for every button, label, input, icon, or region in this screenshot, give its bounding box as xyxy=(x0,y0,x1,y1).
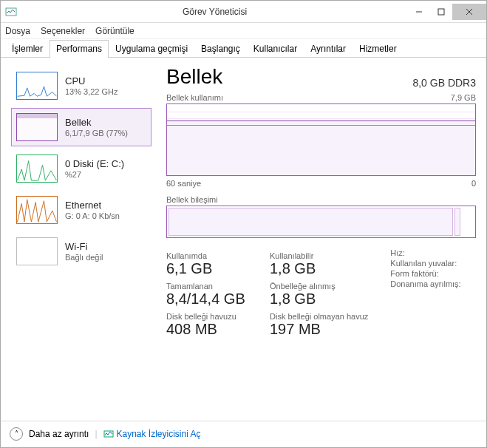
tab-processes[interactable]: İşlemler xyxy=(5,40,50,58)
footer-bar: ˄ Daha az ayrıntı | Kaynak İzleyicisini … xyxy=(1,421,486,446)
available-value: 1,8 GB xyxy=(270,260,368,277)
speed-label: Hız: xyxy=(390,248,471,257)
sidebar-disk-label: 0 Diski (E: C:) xyxy=(65,158,124,169)
ethernet-thumb xyxy=(16,196,58,224)
menu-options[interactable]: Seçenekler xyxy=(41,26,85,36)
open-resmon-link[interactable]: Kaynak İzleyicisini Aç xyxy=(103,429,201,439)
paged-value: 408 MB xyxy=(166,321,248,338)
axis-left: 60 saniye xyxy=(166,179,201,188)
tab-services[interactable]: Hizmetler xyxy=(353,40,403,58)
stats-block: Kullanımda 6,1 GB Tamamlanan 8,4/14,4 GB… xyxy=(166,247,476,338)
maximize-button[interactable] xyxy=(430,4,452,20)
inuse-value: 6,1 GB xyxy=(166,260,248,277)
minimize-button[interactable] xyxy=(408,4,430,20)
cpu-thumb xyxy=(16,72,58,100)
tab-performance[interactable]: Performans xyxy=(50,40,109,58)
available-label: Kullanılabilir xyxy=(270,251,368,260)
committed-value: 8,4/14,4 GB xyxy=(166,291,248,308)
composition-label: Bellek bileşimi xyxy=(166,195,218,204)
chevron-up-icon[interactable]: ˄ xyxy=(10,427,23,441)
page-title: Bellek xyxy=(166,65,222,89)
disk-thumb xyxy=(16,155,58,183)
memory-composition-graph xyxy=(166,206,476,238)
sidebar-item-memory[interactable]: Bellek 6,1/7,9 GB (77%) xyxy=(11,108,151,146)
cached-value: 1,8 GB xyxy=(270,291,368,308)
sidebar-item-ethernet[interactable]: Ethernet G: 0 A: 0 Kb/sn xyxy=(11,191,151,229)
window-title: Görev Yöneticisi xyxy=(21,7,408,17)
sidebar-wifi-label: Wi-Fi xyxy=(65,241,103,252)
sidebar-memory-label: Bellek xyxy=(65,117,128,128)
reserved-label: Donanıma ayrılmış: xyxy=(390,279,471,288)
paged-label: Disk belleği havuzu xyxy=(166,312,248,321)
axis-right: 0 xyxy=(471,179,476,188)
menu-file[interactable]: Dosya xyxy=(5,26,30,36)
sidebar-item-cpu[interactable]: CPU 13% 3,22 GHz xyxy=(11,67,151,105)
open-resmon-label: Kaynak İzleyicisini Aç xyxy=(117,429,201,439)
sidebar-disk-sub: %27 xyxy=(65,170,124,179)
fewer-details-button[interactable]: Daha az ayrıntı xyxy=(29,429,89,439)
sidebar-item-wifi[interactable]: Wi-Fi Bağlı değil xyxy=(11,232,151,271)
content-area: CPU 13% 3,22 GHz Bellek 6,1/7,9 GB (77%)… xyxy=(1,58,486,421)
sidebar-cpu-sub: 13% 3,22 GHz xyxy=(65,87,118,96)
sidebar-ethernet-label: Ethernet xyxy=(65,200,120,211)
sidebar: CPU 13% 3,22 GHz Bellek 6,1/7,9 GB (77%)… xyxy=(11,65,159,421)
sidebar-ethernet-sub: G: 0 A: 0 Kb/sn xyxy=(65,211,120,220)
tab-users[interactable]: Kullanıcılar xyxy=(247,40,304,58)
memory-thumb xyxy=(16,113,58,141)
main-panel: Bellek 8,0 GB DDR3 Bellek kullanımı 7,9 … xyxy=(159,65,476,421)
inuse-label: Kullanımda xyxy=(166,251,248,260)
sidebar-memory-sub: 6,1/7,9 GB (77%) xyxy=(65,129,128,138)
sidebar-item-disk[interactable]: 0 Diski (E: C:) %27 xyxy=(11,149,151,188)
close-button[interactable] xyxy=(452,4,486,20)
cached-label: Önbelleğe alınmış xyxy=(270,282,368,291)
title-bar: Görev Yöneticisi xyxy=(1,1,486,23)
wifi-thumb xyxy=(16,237,58,265)
form-label: Form faktörü: xyxy=(390,269,471,278)
sidebar-wifi-sub: Bağlı değil xyxy=(65,253,103,262)
tab-startup[interactable]: Başlangıç xyxy=(194,40,247,58)
usage-graph-label: Bellek kullanımı xyxy=(166,93,223,102)
menu-view[interactable]: Görüntüle xyxy=(95,26,134,36)
usage-graph-max: 7,9 GB xyxy=(451,93,476,102)
tab-details[interactable]: Ayrıntılar xyxy=(304,40,353,58)
sidebar-cpu-label: CPU xyxy=(65,75,118,86)
tab-apphistory[interactable]: Uygulama geçmişi xyxy=(109,40,194,58)
menu-bar: Dosya Seçenekler Görüntüle xyxy=(1,23,486,39)
resmon-icon xyxy=(103,429,114,439)
memory-usage-graph xyxy=(166,103,476,176)
svg-rect-2 xyxy=(438,9,444,15)
app-icon xyxy=(5,6,17,18)
nonpaged-label: Disk belleği olmayan havuz xyxy=(270,312,368,321)
slots-label: Kullanılan yuvalar: xyxy=(390,259,471,268)
committed-label: Tamamlanan xyxy=(166,282,248,291)
memory-capacity: 8,0 GB DDR3 xyxy=(412,77,476,89)
tab-bar: İşlemler Performans Uygulama geçmişi Baş… xyxy=(1,39,486,58)
nonpaged-value: 197 MB xyxy=(270,321,368,338)
